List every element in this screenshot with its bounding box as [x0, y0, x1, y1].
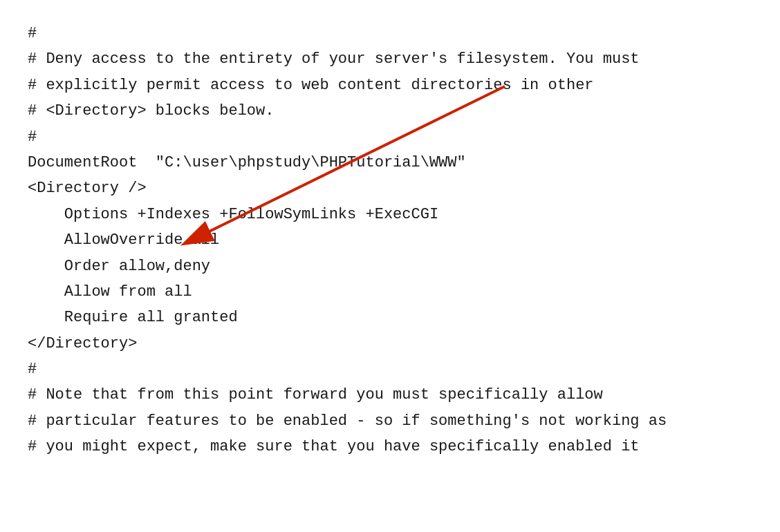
code-line-12: Require all granted	[28, 305, 752, 330]
code-line-3: # explicitly permit access to web conten…	[28, 73, 752, 98]
code-line-10: Order allow,deny	[28, 254, 752, 279]
code-content: # # Deny access to the entirety of your …	[0, 0, 780, 481]
code-line-6: DocumentRoot "C:\user\phpstudy\PHPTutori…	[28, 150, 752, 175]
code-line-1: #	[28, 21, 752, 46]
code-line-8: Options +Indexes +FollowSymLinks +ExecCG…	[28, 202, 752, 227]
code-line-18: # you might expect, make sure that you h…	[28, 434, 752, 459]
code-line-15: #	[28, 357, 752, 382]
code-line-11: Allow from all	[28, 279, 752, 305]
code-line-13: </Directory>	[28, 331, 752, 357]
code-line-4: # <Directory> blocks below.	[28, 98, 752, 124]
code-line-9: AllowOverride all	[28, 227, 752, 253]
code-line-2: # Deny access to the entirety of your se…	[28, 46, 752, 72]
code-line-17: # particular features to be enabled - so…	[28, 408, 752, 434]
code-line-16: # Note that from this point forward you …	[28, 382, 752, 408]
code-line-5: #	[28, 124, 752, 150]
code-line-7: <Directory />	[28, 175, 752, 201]
